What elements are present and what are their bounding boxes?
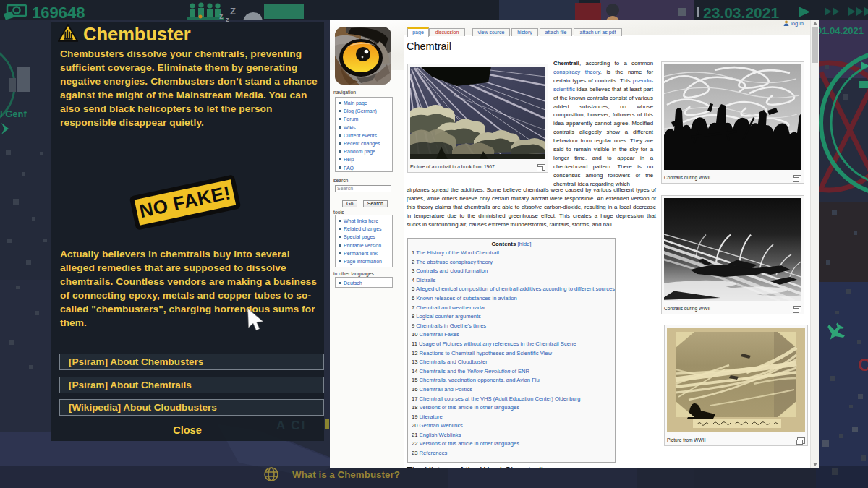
svg-text:l Genf: l Genf (0, 108, 27, 119)
svg-text:01.04.2021: 01.04.2021 (817, 25, 864, 36)
svg-text:Z: Z (230, 6, 236, 17)
svg-text:169648: 169648 (32, 4, 85, 22)
svg-text:23.03.2021: 23.03.2021 (703, 4, 779, 21)
svg-text:z: z (219, 12, 224, 20)
svg-text:C: C (858, 355, 868, 374)
svg-text:What is a Chembuster?: What is a Chembuster? (292, 469, 400, 480)
